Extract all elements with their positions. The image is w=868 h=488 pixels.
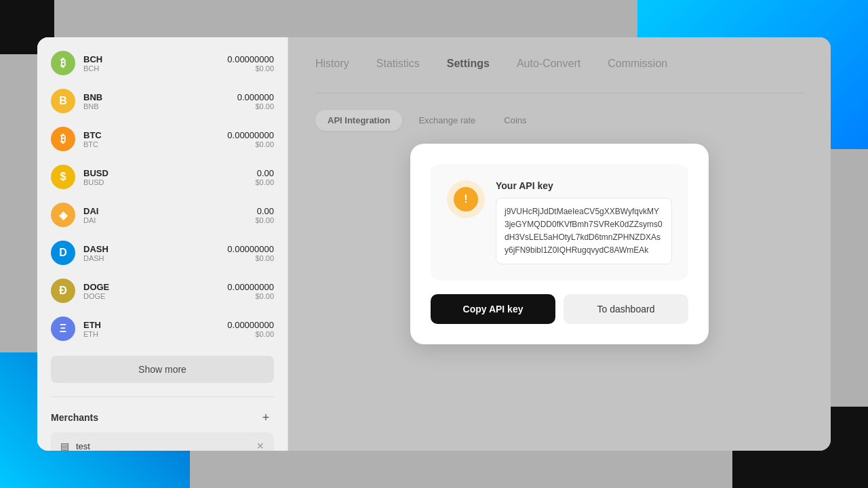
coin-name: BCH xyxy=(83,54,102,64)
coin-name: DOGE xyxy=(83,282,109,292)
coin-usd: $0.00 xyxy=(227,64,274,73)
coin-symbol: BUSD xyxy=(83,178,108,186)
modal-icon-circle-outer: ! xyxy=(447,180,485,218)
coin-amount: 0.00 xyxy=(255,168,274,178)
coin-symbol: BNB xyxy=(83,102,102,110)
coin-icon: D xyxy=(51,241,75,265)
coin-symbol: DOGE xyxy=(83,292,109,300)
coin-info: BNB BNB xyxy=(83,92,102,110)
modal-icon-container: ! xyxy=(447,180,485,218)
modal-inner: ! Your API key j9VUHcRjJdDtMaeIeaCV5gXXB… xyxy=(431,164,688,281)
coin-amount: 0.000000 xyxy=(237,92,274,102)
coin-name: BTC xyxy=(83,130,102,140)
copy-api-key-button[interactable]: Copy API key xyxy=(431,294,555,324)
coin-usd: $0.00 xyxy=(227,292,274,300)
to-dashboard-button[interactable]: To dashboard xyxy=(564,294,688,324)
add-merchant-button[interactable]: + xyxy=(258,409,274,426)
merchants-header: Merchants + xyxy=(51,409,274,426)
coin-info: DOGE DOGE xyxy=(83,282,109,300)
coin-name: BUSD xyxy=(83,168,108,178)
sidebar: ₿ BCH BCH 0.00000000 $0.00 B BNB BNB 0.0… xyxy=(37,37,288,451)
coin-balance: 0.00000000 $0.00 xyxy=(227,244,274,262)
list-item: $ BUSD BUSD 0.00 $0.00 xyxy=(37,158,288,196)
coin-balance: 0.00000000 $0.00 xyxy=(227,54,274,73)
coin-usd: $0.00 xyxy=(255,216,274,224)
coin-usd: $0.00 xyxy=(237,102,274,110)
coin-name: BNB xyxy=(83,92,102,102)
coin-usd: $0.00 xyxy=(255,178,274,186)
coin-info: DASH DASH xyxy=(83,244,108,262)
merchants-section: Merchants + ▤ test ✕ xyxy=(37,403,288,451)
coin-usd: $0.00 xyxy=(227,140,274,148)
coin-name: DASH xyxy=(83,244,108,254)
modal-buttons: Copy API key To dashboard xyxy=(431,294,688,324)
coin-amount: 0.00000000 xyxy=(227,320,274,330)
modal-title: Your API key xyxy=(496,180,672,191)
list-item: D DASH DASH 0.00000000 $0.00 xyxy=(37,234,288,272)
coin-icon: ₿ xyxy=(51,51,75,75)
coin-symbol: BCH xyxy=(83,64,102,73)
coin-balance: 0.00 $0.00 xyxy=(255,206,274,224)
coin-name: DAI xyxy=(83,206,98,216)
coin-info: ETH ETH xyxy=(83,320,101,338)
merchant-item: ▤ test ✕ xyxy=(51,432,274,451)
modal-content: Your API key j9VUHcRjJdDtMaeIeaCV5gXXBWy… xyxy=(496,180,672,265)
api-key-value: j9VUHcRjJdDtMaeIeaCV5gXXBWyfqvkMY3jeGYMQ… xyxy=(496,198,672,265)
coin-icon: $ xyxy=(51,165,75,189)
coin-balance: 0.00000000 $0.00 xyxy=(227,282,274,300)
coin-amount: 0.00000000 xyxy=(227,244,274,254)
warning-icon: ! xyxy=(454,187,478,211)
coin-amount: 0.00 xyxy=(255,206,274,216)
coin-icon: B xyxy=(51,89,75,113)
coin-balance: 0.00000000 $0.00 xyxy=(227,130,274,148)
coin-balance: 0.000000 $0.00 xyxy=(237,92,274,110)
coin-icon: ₿ xyxy=(51,127,75,151)
coin-list: ₿ BCH BCH 0.00000000 $0.00 B BNB BNB 0.0… xyxy=(37,44,288,348)
coin-symbol: BTC xyxy=(83,140,102,148)
coin-symbol: DASH xyxy=(83,254,108,262)
modal-overlay: ! Your API key j9VUHcRjJdDtMaeIeaCV5gXXB… xyxy=(288,37,831,451)
coin-icon: Ξ xyxy=(51,317,75,341)
list-item: Ξ ETH ETH 0.00000000 $0.00 xyxy=(37,310,288,348)
coin-info: DAI DAI xyxy=(83,206,98,224)
show-more-button[interactable]: Show more xyxy=(51,356,274,383)
list-item: Ð DOGE DOGE 0.00000000 $0.00 xyxy=(37,272,288,310)
api-key-modal: ! Your API key j9VUHcRjJdDtMaeIeaCV5gXXB… xyxy=(410,144,709,345)
list-item: ◈ DAI DAI 0.00 $0.00 xyxy=(37,196,288,234)
coin-amount: 0.00000000 xyxy=(227,54,274,64)
merchant-close-button[interactable]: ✕ xyxy=(256,441,264,451)
coin-icon: Ð xyxy=(51,279,75,303)
sidebar-divider xyxy=(51,396,274,397)
content-area: HistoryStatisticsSettingsAuto-ConvertCom… xyxy=(288,37,831,451)
coin-amount: 0.00000000 xyxy=(227,130,274,140)
coin-info: BTC BTC xyxy=(83,130,102,148)
list-item: ₿ BTC BTC 0.00000000 $0.00 xyxy=(37,120,288,158)
coin-amount: 0.00000000 xyxy=(227,282,274,292)
main-container: ₿ BCH BCH 0.00000000 $0.00 B BNB BNB 0.0… xyxy=(37,37,831,451)
merchants-label: Merchants xyxy=(51,412,98,423)
merchant-icon: ▤ xyxy=(60,441,69,451)
coin-icon: ◈ xyxy=(51,203,75,227)
coin-balance: 0.00 $0.00 xyxy=(255,168,274,186)
merchant-list: ▤ test ✕ xyxy=(51,432,274,451)
coin-symbol: ETH xyxy=(83,330,101,338)
coin-usd: $0.00 xyxy=(227,330,274,338)
coin-info: BCH BCH xyxy=(83,54,102,73)
coin-usd: $0.00 xyxy=(227,254,274,262)
coin-info: BUSD BUSD xyxy=(83,168,108,186)
list-item: ₿ BCH BCH 0.00000000 $0.00 xyxy=(37,44,288,82)
coin-name: ETH xyxy=(83,320,101,330)
merchant-name: test xyxy=(76,441,250,451)
coin-balance: 0.00000000 $0.00 xyxy=(227,320,274,338)
coin-symbol: DAI xyxy=(83,216,98,224)
list-item: B BNB BNB 0.000000 $0.00 xyxy=(37,82,288,120)
